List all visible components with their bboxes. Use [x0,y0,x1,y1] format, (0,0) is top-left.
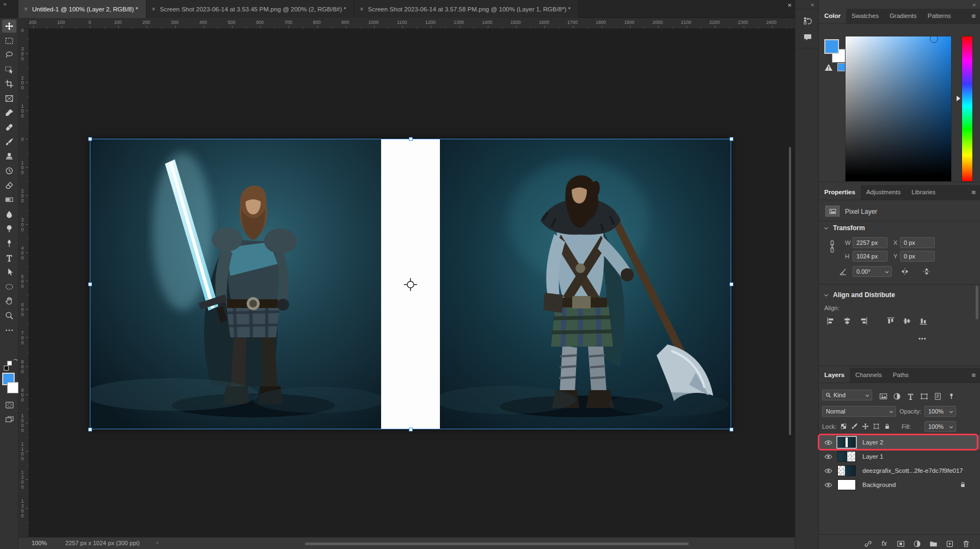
lock-transparency-icon[interactable] [838,421,848,431]
flip-horizontal-icon[interactable] [899,266,910,277]
tab-gradients[interactable]: Gradients [884,9,922,23]
align-middle-vertical-icon[interactable] [902,316,912,326]
height-field[interactable]: 1024 px [853,251,887,262]
layer-visibility-toggle[interactable] [824,467,832,475]
brush-tool[interactable] [2,135,16,149]
hue-slider[interactable] [961,36,973,182]
chevron-down-icon[interactable] [889,409,894,415]
collapse-panels-icon[interactable]: « [811,1,814,8]
clone-stamp-tool[interactable] [2,150,16,163]
hand-tool[interactable] [2,294,16,307]
pixel-layer-filter-icon[interactable] [878,391,889,402]
saturation-brightness-field[interactable] [845,36,952,182]
spot-healing-tool[interactable] [2,121,16,134]
ruler-corner[interactable] [19,18,29,29]
tab-color[interactable]: Color [819,9,846,23]
shape-layer-filter-icon[interactable] [918,391,929,402]
history-icon[interactable] [801,14,814,27]
panel-menu-icon[interactable]: ≡ [971,12,976,20]
object-selection-tool[interactable] [2,63,16,76]
lock-position-icon[interactable] [860,421,870,431]
type-layer-filter-icon[interactable] [905,391,916,402]
document-canvas[interactable] [90,139,731,429]
document-tab[interactable]: ×Untitled-1 @ 100% (Layer 2, RGB/8) * [19,0,146,18]
tab-layers[interactable]: Layers [819,368,850,383]
layer-name[interactable]: Layer 1 [862,453,883,460]
type-tool[interactable] [2,251,16,264]
close-tab-icon[interactable]: × [24,5,28,13]
layer-thumbnail[interactable] [837,479,856,490]
layer-mask-icon[interactable] [895,538,906,549]
flip-vertical-icon[interactable] [921,266,932,277]
adjustment-layer-filter-icon[interactable] [891,391,902,402]
vertical-scrollbar[interactable] [789,147,791,435]
gamut-warning-icon[interactable] [824,63,833,72]
align-right-icon[interactable] [858,316,869,326]
layer-visibility-toggle[interactable] [824,481,832,489]
close-tab-icon[interactable]: × [360,5,364,13]
delete-layer-icon[interactable] [960,538,971,549]
chevron-down-icon[interactable] [948,409,954,415]
crop-tool[interactable] [2,77,16,90]
layer-row[interactable]: Background [819,478,980,492]
tab-properties[interactable]: Properties [819,185,861,200]
x-field[interactable]: 0 px [900,237,935,248]
tab-overflow-icon[interactable]: » [3,1,14,7]
lock-all-icon[interactable] [882,421,892,431]
layer-group-icon[interactable] [928,538,939,549]
smart-object-filter-icon[interactable] [932,391,943,402]
align-more-icon[interactable]: ••• [918,335,927,342]
document-tab[interactable]: ×Screen Shot 2023-06-14 at 3.57.58 PM.pn… [354,0,579,18]
quick-mask-icon[interactable] [4,400,15,410]
pen-tool[interactable] [2,237,16,250]
swap-colors-icon[interactable] [12,359,19,365]
layer-visibility-toggle[interactable] [824,439,832,447]
layer-thumbnail[interactable] [837,465,856,476]
panel-menu-icon[interactable]: ≡ [971,188,976,196]
layer-effects-icon[interactable]: fx [879,538,890,549]
window-close-icon[interactable]: × [787,1,792,9]
lasso-tool[interactable] [2,48,16,61]
lock-paint-icon[interactable] [849,421,859,431]
marquee-tool[interactable] [2,34,16,47]
path-selection-tool[interactable] [2,266,16,279]
horizontal-scrollbar[interactable] [305,542,689,545]
link-dimensions-icon[interactable] [829,239,836,254]
opacity-select[interactable]: 100% [924,406,956,417]
layer-thumbnail[interactable] [837,451,856,462]
tab-paths[interactable]: Paths [887,368,914,383]
align-top-icon[interactable] [885,316,896,326]
shape-tool[interactable] [2,280,16,293]
layer-visibility-toggle[interactable] [824,453,832,461]
align-left-icon[interactable] [825,316,836,326]
zoom-level[interactable]: 100% [32,540,47,546]
chevron-down-icon[interactable] [948,424,954,430]
angle-field[interactable]: 0.00° [853,266,892,277]
zoom-tool[interactable] [2,309,16,322]
tab-patterns[interactable]: Patterns [922,9,957,23]
gamut-swatch[interactable] [837,63,846,71]
tab-swatches[interactable]: Swatches [846,9,884,23]
eyedropper-tool[interactable] [2,107,16,120]
screen-mode-icon[interactable] [4,415,15,424]
edit-toolbar-icon[interactable] [2,324,16,337]
new-layer-icon[interactable] [944,538,955,549]
align-bottom-icon[interactable] [918,316,929,326]
panel-scrollbar[interactable] [976,286,978,319]
panel-foreground-swatch[interactable] [824,39,839,54]
layer-name[interactable]: deezgrafix_Scott...2fe-e7dc7f9fe017 [862,467,963,474]
canvas-area[interactable] [29,29,795,537]
y-field[interactable]: 0 px [900,251,935,262]
status-chevron-icon[interactable]: › [156,539,158,546]
tab-libraries[interactable]: Libraries [906,185,941,200]
eraser-tool[interactable] [2,179,16,192]
fill-select[interactable]: 100% [924,421,956,432]
history-brush-tool[interactable] [2,164,16,177]
gradient-tool[interactable] [2,193,16,206]
close-tab-icon[interactable]: × [152,5,156,13]
document-tab[interactable]: ×Screen Shot 2023-06-14 at 3.53.45 PM.pn… [146,0,354,18]
comment-icon[interactable] [801,30,814,44]
layer-filter-toggle-icon[interactable] [946,391,957,402]
layer-filter-kind[interactable]: Kind [822,390,872,400]
chevron-down-icon[interactable] [823,225,829,231]
